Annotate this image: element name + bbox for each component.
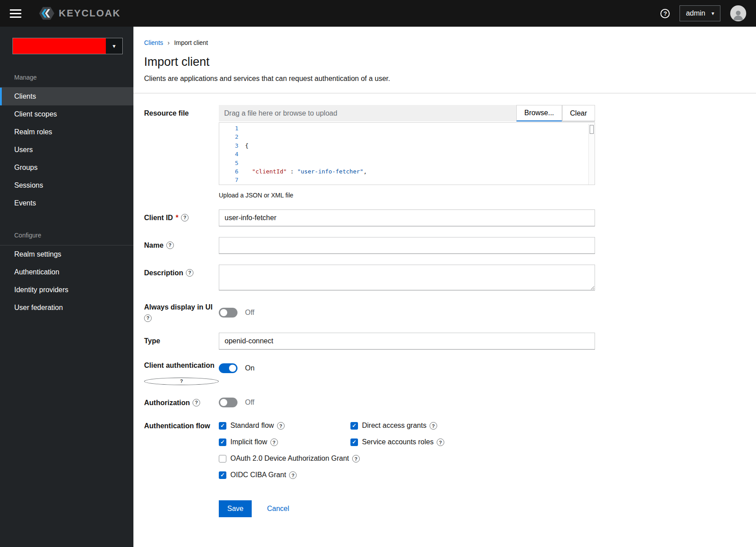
realm-selector-dropdown[interactable]: ▾ bbox=[12, 38, 123, 54]
realm-selector-caret-box[interactable]: ▾ bbox=[106, 38, 122, 54]
checkbox-icon[interactable]: ✓ bbox=[219, 471, 226, 479]
breadcrumb-current: Import client bbox=[174, 39, 208, 46]
type-input[interactable] bbox=[219, 333, 595, 350]
help-icon[interactable]: ? bbox=[289, 471, 297, 479]
nav-section-manage: Manage Clients Client scopes Realm roles… bbox=[0, 68, 133, 212]
sidebar-item-client-scopes[interactable]: Client scopes bbox=[0, 105, 133, 123]
checkbox-oauth-device-authorization-grant[interactable]: OAuth 2.0 Device Authorization Grant ? bbox=[219, 454, 595, 463]
masthead-actions: ? admin ▾ bbox=[660, 5, 746, 21]
sidebar-item-clients[interactable]: Clients bbox=[0, 88, 133, 105]
masthead: KEYCLOAK ? admin ▾ bbox=[0, 0, 756, 27]
required-asterisk: * bbox=[176, 213, 178, 222]
client-id-label: Client ID * ? bbox=[144, 209, 219, 226]
description-label: Description ? bbox=[144, 265, 219, 292]
checkbox-label: Implicit flow bbox=[230, 438, 267, 446]
help-icon[interactable]: ? bbox=[270, 438, 278, 446]
clear-button[interactable]: Clear bbox=[562, 105, 595, 121]
checkbox-label: OIDC CIBA Grant bbox=[230, 471, 286, 479]
sidebar-item-groups[interactable]: Groups bbox=[0, 159, 133, 177]
help-icon[interactable]: ? bbox=[430, 422, 437, 430]
checkbox-icon[interactable]: ✓ bbox=[350, 422, 358, 430]
sidebar-item-authentication[interactable]: Authentication bbox=[0, 263, 133, 281]
page-title: Import client bbox=[144, 55, 745, 69]
sidebar-item-events[interactable]: Events bbox=[0, 194, 133, 212]
type-label: Type bbox=[144, 333, 219, 350]
checkbox-icon[interactable]: ✓ bbox=[219, 438, 226, 446]
help-icon[interactable]: ? bbox=[437, 438, 444, 446]
help-icon[interactable]: ? bbox=[660, 9, 670, 18]
page-subtitle: Clients are applications and services th… bbox=[144, 75, 745, 83]
always-display-toggle[interactable] bbox=[219, 308, 237, 318]
help-icon[interactable]: ? bbox=[193, 399, 200, 406]
help-icon[interactable]: ? bbox=[144, 378, 219, 385]
help-icon[interactable]: ? bbox=[352, 455, 360, 463]
toggle-state-label: On bbox=[245, 364, 254, 372]
checkbox-icon[interactable] bbox=[219, 455, 226, 463]
sidebar-item-users[interactable]: Users bbox=[0, 141, 133, 159]
checkbox-oidc-ciba-grant[interactable]: ✓ OIDC CIBA Grant ? bbox=[219, 471, 595, 479]
cancel-button[interactable]: Cancel bbox=[267, 505, 289, 513]
label-text: Authorization bbox=[144, 398, 190, 407]
authentication-flow-label: Authentication flow bbox=[144, 420, 219, 479]
label-text: Name bbox=[144, 241, 164, 249]
checkbox-icon[interactable]: ✓ bbox=[350, 438, 358, 446]
save-button[interactable]: Save bbox=[219, 500, 252, 517]
file-upload-input[interactable] bbox=[219, 105, 516, 121]
breadcrumb-separator-icon: › bbox=[168, 39, 170, 46]
scrollbar-thumb[interactable] bbox=[590, 125, 594, 134]
authorization-label: Authorization ? bbox=[144, 398, 219, 407]
sidebar-item-realm-roles[interactable]: Realm roles bbox=[0, 123, 133, 141]
check-icon: ✓ bbox=[352, 439, 356, 445]
label-text: Always display in UI bbox=[144, 303, 213, 311]
checkbox-label: Direct access grants bbox=[362, 422, 426, 430]
name-row: Name ? bbox=[144, 237, 595, 254]
file-upload-control: Browse... Clear bbox=[219, 105, 595, 121]
help-icon[interactable]: ? bbox=[166, 241, 174, 249]
realm-name-redacted bbox=[13, 38, 106, 54]
authentication-flow-row: Authentication flow ✓ Standard flow ? ✓ … bbox=[144, 420, 595, 479]
nav-section-title: Manage bbox=[0, 68, 133, 88]
authorization-toggle[interactable] bbox=[219, 398, 237, 407]
checkbox-standard-flow[interactable]: ✓ Standard flow ? bbox=[219, 422, 350, 430]
resource-file-row: Resource file Browse... Clear 1 2 3 4 bbox=[144, 105, 595, 199]
checkbox-direct-access-grants[interactable]: ✓ Direct access grants ? bbox=[350, 422, 595, 430]
user-menu-dropdown[interactable]: admin ▾ bbox=[680, 5, 720, 21]
sidebar-item-realm-settings[interactable]: Realm settings bbox=[0, 245, 133, 263]
check-icon: ✓ bbox=[352, 423, 356, 428]
editor-scrollbar[interactable] bbox=[588, 124, 595, 185]
avatar[interactable] bbox=[730, 5, 746, 21]
breadcrumb-clients-link[interactable]: Clients bbox=[144, 39, 163, 46]
checkbox-icon[interactable]: ✓ bbox=[219, 422, 226, 430]
checkbox-label: Service accounts roles bbox=[362, 438, 434, 446]
name-label: Name ? bbox=[144, 237, 219, 254]
resource-file-label: Resource file bbox=[144, 105, 219, 199]
editor-code-area[interactable]: { "clientId" : "user-info-fetcher", "sur… bbox=[245, 124, 588, 185]
help-icon[interactable]: ? bbox=[181, 214, 189, 221]
upload-helper-text: Upload a JSON or XML file bbox=[219, 192, 595, 199]
sidebar-item-user-federation[interactable]: User federation bbox=[0, 299, 133, 317]
always-display-row: Always display in UI ? Off bbox=[144, 303, 595, 322]
label-text: Type bbox=[144, 337, 160, 345]
check-icon: ✓ bbox=[220, 472, 225, 478]
help-icon[interactable]: ? bbox=[186, 269, 193, 277]
editor-line-numbers: 1 2 3 4 5 6 7 bbox=[219, 124, 245, 185]
hamburger-menu-icon[interactable] bbox=[10, 9, 21, 18]
browse-button[interactable]: Browse... bbox=[516, 105, 562, 121]
client-authentication-toggle[interactable] bbox=[219, 363, 237, 373]
help-icon[interactable]: ? bbox=[144, 314, 152, 322]
client-authentication-label: Client authentication ? bbox=[144, 360, 219, 385]
help-icon[interactable]: ? bbox=[277, 422, 285, 430]
form-actions: Save Cancel bbox=[219, 500, 595, 517]
checkbox-implicit-flow[interactable]: ✓ Implicit flow ? bbox=[219, 438, 350, 446]
user-menu-label: admin bbox=[686, 9, 705, 17]
checkbox-service-accounts-roles[interactable]: ✓ Service accounts roles ? bbox=[350, 438, 595, 446]
sidebar-item-identity-providers[interactable]: Identity providers bbox=[0, 281, 133, 299]
label-text: Authentication flow bbox=[144, 422, 210, 430]
sidebar-item-sessions[interactable]: Sessions bbox=[0, 177, 133, 194]
client-id-input[interactable] bbox=[219, 209, 595, 226]
chevron-down-icon: ▾ bbox=[113, 43, 116, 49]
json-code-editor[interactable]: 1 2 3 4 5 6 7 { "clientId" : "user-info-… bbox=[219, 122, 595, 185]
name-input[interactable] bbox=[219, 237, 595, 254]
description-row: Description ? bbox=[144, 265, 595, 292]
description-textarea[interactable] bbox=[219, 265, 595, 290]
